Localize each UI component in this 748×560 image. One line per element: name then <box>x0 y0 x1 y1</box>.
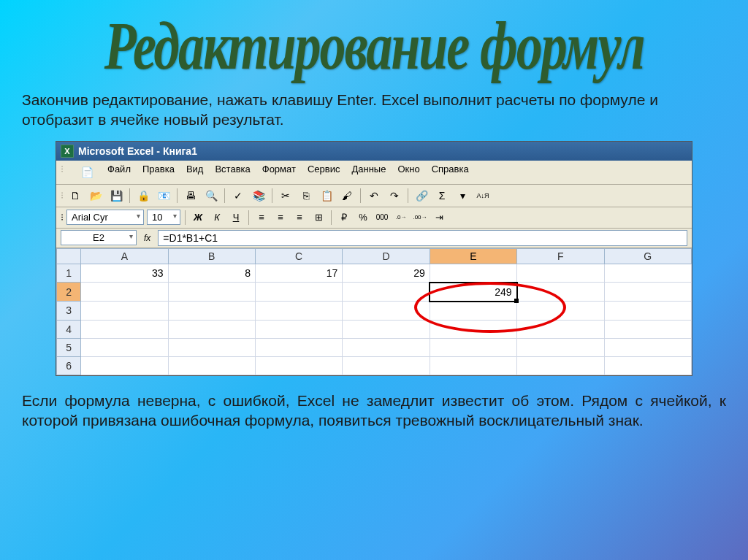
paste-icon[interactable]: 📋 <box>318 187 335 204</box>
col-header-a[interactable]: A <box>81 248 168 264</box>
increase-decimal-icon[interactable]: .0→ <box>393 210 409 226</box>
cell-a1[interactable]: 33 <box>81 264 168 283</box>
mail-icon[interactable]: 📧 <box>155 187 172 204</box>
cell-e1[interactable] <box>430 264 516 283</box>
cut-icon[interactable]: ✂ <box>277 187 294 204</box>
menu-window[interactable]: Окно <box>397 164 419 181</box>
spellcheck-icon[interactable]: ✓ <box>229 187 247 204</box>
decrease-decimal-icon[interactable]: .00→ <box>412 210 428 226</box>
preview-icon[interactable]: 🔍 <box>202 187 220 204</box>
row-header-6[interactable]: 6 <box>57 356 81 375</box>
cell-c2[interactable] <box>255 283 342 302</box>
col-header-b[interactable]: B <box>168 248 255 264</box>
copy-icon[interactable]: ⎘ <box>297 187 315 204</box>
merge-icon[interactable]: ⊞ <box>310 210 327 226</box>
align-right-icon[interactable]: ≡ <box>291 210 308 226</box>
formula-bar: E2 fx =D1*B1+C1 <box>56 229 692 248</box>
standard-toolbar: ⁝ 🗋 📂 💾 🔒 📧 🖶 🔍 ✓ 📚 ✂ ⎘ 📋 🖌 ↶ ↷ 🔗 Σ ▾ А↓… <box>56 185 692 207</box>
currency-icon[interactable]: ₽ <box>336 210 352 226</box>
cell-f1[interactable] <box>517 264 604 283</box>
col-header-g[interactable]: G <box>604 248 691 264</box>
menu-insert[interactable]: Вставка <box>215 164 250 181</box>
permission-icon[interactable]: 🔒 <box>134 187 152 204</box>
chevron-down-icon[interactable]: ▾ <box>454 187 471 204</box>
menu-edit[interactable]: Правка <box>142 164 175 181</box>
row-header-2[interactable]: 2 <box>57 283 81 302</box>
col-header-f[interactable]: F <box>517 248 604 264</box>
window-title: Microsoft Excel - Книга1 <box>78 145 197 157</box>
cell-a2[interactable] <box>81 283 168 302</box>
thousands-icon[interactable]: 000 <box>374 210 390 226</box>
menu-view[interactable]: Вид <box>186 164 204 181</box>
row-header-4[interactable]: 4 <box>57 320 81 338</box>
row-header-3[interactable]: 3 <box>57 302 81 321</box>
menu-service[interactable]: Сервис <box>308 164 340 181</box>
select-all-corner[interactable] <box>57 248 81 264</box>
spreadsheet-grid[interactable]: A B C D E F G 1 33 8 17 29 2 <box>56 248 692 375</box>
percent-icon[interactable]: % <box>355 210 371 226</box>
excel-window: X Microsoft Excel - Книга1 ⁝ 📄 Файл Прав… <box>56 141 692 376</box>
row-header-1[interactable]: 1 <box>57 264 81 283</box>
cell-e2[interactable]: 249 <box>430 283 516 302</box>
menu-format[interactable]: Формат <box>262 164 296 181</box>
font-size-select[interactable]: 10 <box>147 210 180 225</box>
redo-icon[interactable]: ↷ <box>386 187 403 204</box>
sort-icon[interactable]: А↓Я <box>474 187 492 204</box>
col-header-d[interactable]: D <box>343 248 430 264</box>
autosum-icon[interactable]: Σ <box>433 187 451 204</box>
name-box[interactable]: E2 <box>61 230 137 245</box>
menu-data[interactable]: Данные <box>351 164 386 181</box>
font-select[interactable]: Arial Cyr <box>66 210 144 225</box>
new-icon[interactable]: 🗋 <box>66 187 84 204</box>
menu-help[interactable]: Справка <box>432 164 469 181</box>
print-icon[interactable]: 🖶 <box>182 187 199 204</box>
menu-file[interactable]: Файл <box>107 164 131 181</box>
hyperlink-icon[interactable]: 🔗 <box>413 187 430 204</box>
formula-input[interactable]: =D1*B1+C1 <box>158 230 687 246</box>
footer-text: Если формула неверна, с ошибкой, Excel н… <box>0 376 748 442</box>
format-painter-icon[interactable]: 🖌 <box>338 187 356 204</box>
title-bar: X Microsoft Excel - Книга1 <box>56 142 692 161</box>
cell-g1[interactable] <box>604 264 691 283</box>
cell-d1[interactable]: 29 <box>343 264 430 283</box>
menu-bar: ⁝ 📄 Файл Правка Вид Вставка Формат Серви… <box>56 161 692 185</box>
undo-icon[interactable]: ↶ <box>365 187 383 204</box>
cell-g2[interactable] <box>604 283 691 302</box>
italic-button[interactable]: К <box>209 210 225 226</box>
formatting-toolbar: ⁝ Arial Cyr 10 Ж К Ч ≡ ≡ ≡ ⊞ ₽ % 000 .0→… <box>56 207 692 229</box>
excel-app-icon: X <box>61 145 74 158</box>
cell-d2[interactable] <box>343 283 430 302</box>
col-header-e[interactable]: E <box>430 248 516 264</box>
save-icon[interactable]: 💾 <box>107 187 125 204</box>
cell-c1[interactable]: 17 <box>255 264 342 283</box>
cell-f2[interactable] <box>517 283 604 302</box>
open-icon[interactable]: 📂 <box>87 187 104 204</box>
cell-b1[interactable]: 8 <box>168 264 255 283</box>
indent-icon[interactable]: ⇥ <box>431 210 447 226</box>
workbook-icon[interactable]: 📄 <box>78 164 96 181</box>
research-icon[interactable]: 📚 <box>250 187 267 204</box>
slide-title: Редактирование формул <box>0 0 748 95</box>
bold-button[interactable]: Ж <box>190 210 206 226</box>
row-header-5[interactable]: 5 <box>57 338 81 356</box>
underline-button[interactable]: Ч <box>228 210 244 226</box>
cell-b2[interactable] <box>168 283 255 302</box>
col-header-c[interactable]: C <box>255 248 342 264</box>
align-left-icon[interactable]: ≡ <box>253 210 270 226</box>
fx-icon[interactable]: fx <box>144 233 150 243</box>
align-center-icon[interactable]: ≡ <box>272 210 289 226</box>
